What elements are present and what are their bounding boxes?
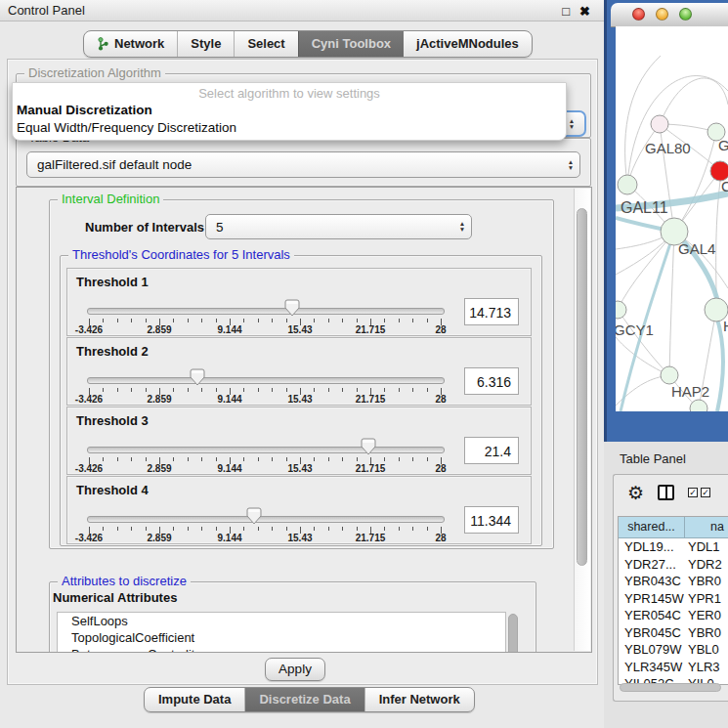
node-green-left[interactable] (618, 175, 637, 194)
node-attribute-table: shared...naYDL19...YDL1YDR27...YDR2YBR04… (618, 516, 728, 685)
slider-track[interactable] (87, 308, 445, 315)
interval-definition-title: Interval Definition (58, 192, 163, 206)
slider-tick (384, 388, 385, 392)
node-label: GA (718, 137, 728, 153)
top-tabbar: Network Style Select Cyni Toolbox jActiv… (83, 30, 533, 58)
slider-tick (357, 319, 358, 322)
menu-item-equal-width-frequency[interactable]: Equal Width/Frequency Discretization (13, 119, 566, 137)
node-bottom[interactable] (690, 400, 707, 411)
cell-shared-name: YLR345W (619, 659, 685, 676)
network-edge-highlighted (716, 316, 723, 411)
apply-button[interactable]: Apply (265, 658, 325, 681)
table-row[interactable]: YDR27...YDR2 (619, 556, 728, 574)
table-data-combo[interactable]: galFiltered.sif default node ▲▼ (26, 151, 580, 178)
zoom-traffic-light[interactable] (679, 8, 692, 21)
cell-name: YDL1 (685, 538, 728, 556)
slider-tick (201, 319, 202, 322)
close-traffic-light[interactable] (632, 8, 645, 21)
menu-item-manual-discretization[interactable]: Manual Discretization (13, 102, 566, 119)
attribute-list-item[interactable]: SelfLoops (58, 613, 505, 629)
checkbox-icon[interactable]: ✓ (688, 488, 698, 497)
tab-style[interactable]: Style (177, 31, 234, 57)
slider-tick (286, 388, 287, 392)
cell-name: YBR0 (685, 573, 728, 590)
slider-handle[interactable] (190, 368, 205, 386)
number-of-intervals-value: 5 (206, 220, 453, 235)
slider-tick (412, 388, 413, 392)
attribute-list-item[interactable]: BetweennessCentrality (58, 646, 505, 653)
slider-handle[interactable] (246, 507, 262, 525)
slider-track[interactable] (87, 377, 445, 384)
columns-icon[interactable] (658, 485, 674, 500)
settings-scrollbar-thumb[interactable] (577, 208, 587, 566)
slider-tick (427, 527, 428, 531)
checkbox-icon[interactable]: ✓ (701, 488, 710, 497)
slider-tick (117, 388, 118, 392)
slider-tick (103, 319, 104, 322)
slider-tick (117, 319, 118, 322)
table-row[interactable]: YER054CYER0 (619, 607, 728, 624)
slider-tick (314, 457, 315, 461)
settings-scrollbar-track[interactable] (574, 189, 590, 651)
number-of-intervals-label: Number of Intervals (85, 220, 204, 235)
slider-tick (328, 319, 329, 322)
slider-tick (286, 527, 287, 531)
slider-tick (427, 388, 428, 392)
node-pink[interactable] (651, 115, 668, 133)
tab-jactivemnodules[interactable]: jActiveMNodules (404, 31, 532, 57)
slider-tick (314, 527, 315, 531)
table-hscrollbar-thumb[interactable] (620, 683, 721, 692)
node-label: H (723, 318, 728, 334)
threshold-value-field[interactable]: 11.344 (464, 506, 519, 534)
threshold-value-field[interactable]: 21.4 (464, 437, 519, 464)
gear-icon[interactable]: ⚙ (627, 484, 644, 502)
slider-tick-label: 15.43 (287, 533, 312, 543)
attributes-list-scrollbar[interactable] (508, 614, 518, 653)
slider-tick (412, 319, 413, 322)
slider-tick (188, 388, 189, 392)
slider-tick (399, 388, 400, 392)
column-header-shared-name[interactable]: shared... (619, 517, 685, 537)
slider-handle[interactable] (361, 438, 376, 455)
slider-tick (103, 457, 104, 461)
threshold-label: Threshold 4 (76, 483, 149, 497)
threshold-value-field[interactable]: 14.713 (464, 298, 519, 325)
slider-tick (117, 527, 118, 531)
node-label: GCY1 (616, 321, 654, 338)
network-edge (669, 232, 674, 375)
network-canvas[interactable]: GAL80GACGAL11GAL4GCY1HHAP2 (616, 26, 728, 411)
slider-tick (328, 457, 329, 461)
node-gcy1[interactable] (616, 301, 626, 319)
slider-track[interactable] (87, 516, 445, 523)
slider-track[interactable] (87, 447, 445, 453)
close-icon[interactable]: ✖ (579, 5, 590, 18)
threshold-value-field[interactable]: 6.316 (464, 367, 519, 395)
table-row[interactable]: YPR145WYPR1 (619, 590, 728, 608)
slider-tick (146, 527, 147, 531)
slider-tick (286, 319, 287, 322)
table-row[interactable]: YDL19...YDL1 (619, 538, 728, 556)
table-row[interactable]: YBL079WYBL0 (619, 641, 728, 659)
attribute-list-item[interactable]: TopologicalCoefficient (58, 629, 505, 646)
slider-tick-label: -3.426 (75, 324, 103, 335)
stepper-arrows-icon: ▲▼ (569, 118, 575, 130)
slider-tick (412, 457, 413, 461)
network-view-window: GAL80GACGAL11GAL4GCY1HHAP2 (604, 0, 728, 442)
minimize-traffic-light[interactable] (656, 8, 668, 21)
tab-infer-network[interactable]: Infer Network (364, 688, 474, 711)
tab-network[interactable]: Network (84, 31, 177, 57)
table-row[interactable]: YLR345WYLR3 (619, 659, 728, 676)
float-window-icon[interactable]: □ (562, 5, 570, 18)
tab-discretize-data[interactable]: Discretize Data (244, 688, 364, 711)
tab-cyni-toolbox[interactable]: Cyni Toolbox (298, 31, 404, 57)
tab-impute-data[interactable]: Impute Data (145, 688, 244, 711)
tab-select[interactable]: Select (234, 31, 297, 57)
table-row[interactable]: YBR045CYBR0 (619, 624, 728, 642)
slider-handle[interactable] (284, 299, 300, 317)
table-row[interactable]: YBR043CYBR0 (619, 573, 728, 590)
slider-tick (103, 527, 104, 531)
number-of-intervals-combo[interactable]: 5 ▲▼ (205, 214, 472, 239)
node-hap2[interactable] (661, 366, 678, 384)
column-header-name[interactable]: na (685, 517, 728, 537)
slider-tick-label: -3.426 (75, 394, 103, 405)
